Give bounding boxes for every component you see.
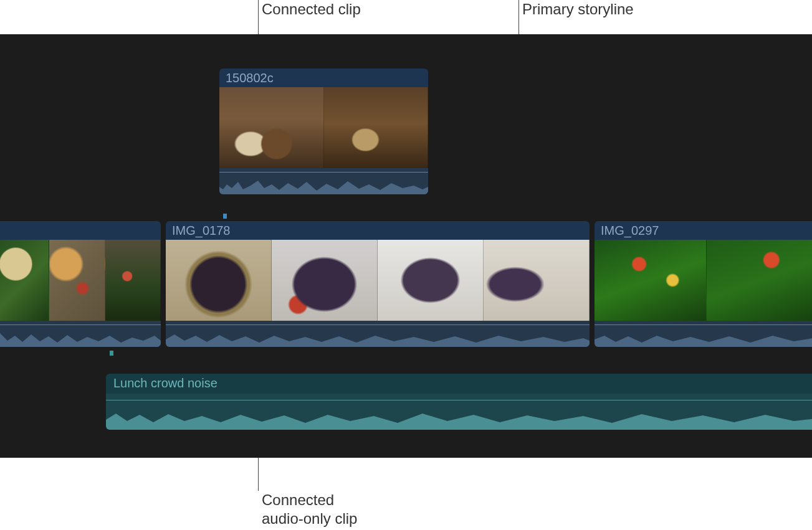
audio-waveform <box>166 327 590 347</box>
clip-thumbnail <box>595 240 707 321</box>
clip-thumbnail <box>49 240 105 321</box>
audio-waveform <box>595 327 812 347</box>
clip-thumbnail <box>105 240 161 321</box>
clip-connector[interactable] <box>223 214 227 219</box>
audio-waveform <box>0 327 161 347</box>
clip-thumbnail <box>324 87 429 168</box>
primary-storyline-clip[interactable]: IMG_0178 <box>166 221 590 347</box>
clip-title: IMG_0178 <box>166 221 590 240</box>
audio-waveform <box>219 174 428 194</box>
primary-storyline-clip[interactable]: IMG_0297 <box>595 221 812 347</box>
clip-thumbnail <box>484 240 590 321</box>
clip-thumbnail <box>0 240 49 321</box>
clip-thumbnail <box>272 240 378 321</box>
clip-thumbnail <box>378 240 484 321</box>
clip-title: 150802c <box>219 69 428 87</box>
timeline[interactable]: 150802c IMG_0178 <box>0 34 812 458</box>
clip-title <box>0 221 161 240</box>
clip-thumbnail <box>707 240 812 321</box>
clip-title: IMG_0297 <box>595 221 812 240</box>
connected-audio-clip[interactable]: Lunch crowd noise <box>106 374 812 430</box>
clip-thumbnail <box>219 87 324 168</box>
clip-thumbnail <box>166 240 272 321</box>
clip-title: Lunch crowd noise <box>106 374 812 394</box>
annotation-primary-storyline: Primary storyline <box>522 0 634 19</box>
clip-connector[interactable] <box>110 351 113 356</box>
annotation-connected-audio: Connected audio-only clip <box>262 491 357 528</box>
annotation-connected-clip: Connected clip <box>262 0 361 19</box>
primary-storyline-clip[interactable] <box>0 221 161 347</box>
audio-waveform <box>106 402 812 430</box>
connected-video-clip[interactable]: 150802c <box>219 69 428 194</box>
